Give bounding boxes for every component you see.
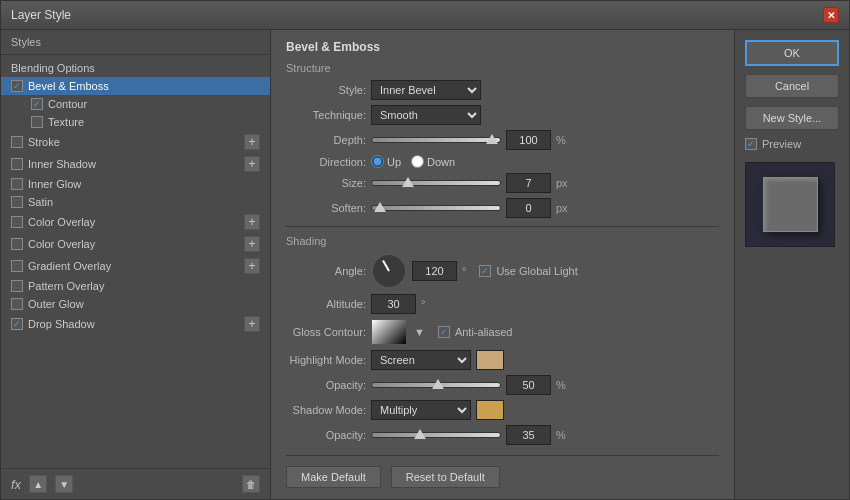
inner-shadow-add-button[interactable]: + [244, 156, 260, 172]
bevel-emboss-checkbox[interactable] [11, 80, 23, 92]
texture-checkbox[interactable] [31, 116, 43, 128]
depth-unit: % [556, 134, 566, 146]
outer-glow-checkbox[interactable] [11, 298, 23, 310]
fx-label: fx [11, 477, 21, 492]
size-slider[interactable] [371, 180, 501, 186]
shadow-color-swatch[interactable] [476, 400, 504, 420]
gloss-contour-row: Gloss Contour: ▼ Anti-aliased [286, 319, 719, 345]
shadow-mode-label: Shadow Mode: [286, 404, 366, 416]
inner-glow-checkbox[interactable] [11, 178, 23, 190]
anti-aliased-checkbox[interactable] [438, 326, 450, 338]
title-bar: Layer Style ✕ [1, 1, 849, 30]
layer-style-dialog: Layer Style ✕ Styles Blending Options Be… [0, 0, 850, 500]
pattern-overlay-label: Pattern Overlay [28, 280, 104, 292]
sidebar-item-color-overlay-1[interactable]: Color Overlay + [1, 211, 270, 233]
cancel-button[interactable]: Cancel [745, 74, 839, 98]
texture-label: Texture [48, 116, 84, 128]
shadow-mode-select[interactable]: Multiply Normal Screen [371, 400, 471, 420]
satin-checkbox[interactable] [11, 196, 23, 208]
delete-button[interactable]: 🗑 [242, 475, 260, 493]
drop-shadow-checkbox[interactable] [11, 318, 23, 330]
gradient-overlay-checkbox[interactable] [11, 260, 23, 272]
direction-down-radio[interactable] [411, 155, 424, 168]
sidebar-item-contour[interactable]: Contour [1, 95, 270, 113]
dialog-body: Styles Blending Options Bevel & Emboss [1, 30, 849, 499]
direction-label: Direction: [286, 156, 366, 168]
gloss-contour-preview[interactable] [371, 319, 407, 345]
inner-glow-label: Inner Glow [28, 178, 81, 190]
reset-to-default-button[interactable]: Reset to Default [391, 466, 500, 488]
dial-indicator [382, 260, 390, 271]
sidebar-item-color-overlay-2[interactable]: Color Overlay + [1, 233, 270, 255]
gloss-contour-dropdown[interactable]: ▼ [414, 326, 425, 338]
angle-dial[interactable] [371, 253, 407, 289]
sidebar-item-drop-shadow[interactable]: Drop Shadow + [1, 313, 270, 335]
shadow-opacity-label: Opacity: [286, 429, 366, 441]
sidebar-item-inner-glow[interactable]: Inner Glow [1, 175, 270, 193]
sidebar-item-satin[interactable]: Satin [1, 193, 270, 211]
color-overlay-1-add-button[interactable]: + [244, 214, 260, 230]
new-style-button[interactable]: New Style... [745, 106, 839, 130]
color-overlay-2-add-button[interactable]: + [244, 236, 260, 252]
direction-down-option[interactable]: Down [411, 155, 455, 168]
technique-select[interactable]: Smooth Chisel Hard Chisel Soft [371, 105, 481, 125]
style-select[interactable]: Inner Bevel Outer Bevel Emboss Pillow Em… [371, 80, 481, 100]
anti-aliased-label: Anti-aliased [455, 326, 512, 338]
shadow-opacity-slider[interactable] [371, 432, 501, 438]
move-down-button[interactable]: ▼ [55, 475, 73, 493]
pattern-overlay-checkbox[interactable] [11, 280, 23, 292]
depth-input[interactable] [506, 130, 551, 150]
highlight-mode-row: Highlight Mode: Screen Normal Multiply [286, 350, 719, 370]
soften-label: Soften: [286, 202, 366, 214]
gradient-overlay-label: Gradient Overlay [28, 260, 111, 272]
size-input[interactable] [506, 173, 551, 193]
close-button[interactable]: ✕ [823, 7, 839, 23]
preview-checkbox[interactable] [745, 138, 757, 150]
soften-input[interactable] [506, 198, 551, 218]
highlight-mode-select[interactable]: Screen Normal Multiply [371, 350, 471, 370]
altitude-label: Altitude: [286, 298, 366, 310]
altitude-input[interactable] [371, 294, 416, 314]
sidebar-item-gradient-overlay[interactable]: Gradient Overlay + [1, 255, 270, 277]
direction-up-option[interactable]: Up [371, 155, 401, 168]
angle-input[interactable] [412, 261, 457, 281]
ok-button[interactable]: OK [745, 40, 839, 66]
divider-1 [286, 226, 719, 227]
contour-checkbox[interactable] [31, 98, 43, 110]
gradient-overlay-add-button[interactable]: + [244, 258, 260, 274]
size-slider-thumb [402, 177, 414, 187]
move-up-button[interactable]: ▲ [29, 475, 47, 493]
drop-shadow-add-button[interactable]: + [244, 316, 260, 332]
shadow-opacity-unit: % [556, 429, 566, 441]
sidebar-item-stroke[interactable]: Stroke + [1, 131, 270, 153]
sidebar-item-outer-glow[interactable]: Outer Glow [1, 295, 270, 313]
inner-shadow-checkbox[interactable] [11, 158, 23, 170]
direction-up-radio[interactable] [371, 155, 384, 168]
sidebar-item-texture[interactable]: Texture [1, 113, 270, 131]
color-overlay-2-checkbox[interactable] [11, 238, 23, 250]
use-global-light-checkbox[interactable] [479, 265, 491, 277]
sidebar-item-bevel-emboss[interactable]: Bevel & Emboss [1, 77, 270, 95]
contour-label: Contour [48, 98, 87, 110]
preview-label-row: Preview [745, 138, 839, 150]
direction-radio-group: Up Down [371, 155, 455, 168]
shadow-opacity-input[interactable] [506, 425, 551, 445]
sidebar-item-blending-options[interactable]: Blending Options [1, 59, 270, 77]
highlight-color-swatch[interactable] [476, 350, 504, 370]
soften-slider[interactable] [371, 205, 501, 211]
depth-slider[interactable] [371, 137, 501, 143]
make-default-button[interactable]: Make Default [286, 466, 381, 488]
highlight-opacity-input[interactable] [506, 375, 551, 395]
stroke-add-button[interactable]: + [244, 134, 260, 150]
color-overlay-2-label: Color Overlay [28, 238, 95, 250]
direction-down-label: Down [427, 156, 455, 168]
sidebar-item-pattern-overlay[interactable]: Pattern Overlay [1, 277, 270, 295]
color-overlay-1-checkbox[interactable] [11, 216, 23, 228]
highlight-opacity-slider[interactable] [371, 382, 501, 388]
soften-row: Soften: px [286, 198, 719, 218]
middle-panel: Bevel & Emboss Structure Style: Inner Be… [271, 30, 734, 499]
sidebar-item-inner-shadow[interactable]: Inner Shadow + [1, 153, 270, 175]
stroke-label: Stroke [28, 136, 60, 148]
stroke-checkbox[interactable] [11, 136, 23, 148]
gloss-contour-label: Gloss Contour: [286, 326, 366, 338]
